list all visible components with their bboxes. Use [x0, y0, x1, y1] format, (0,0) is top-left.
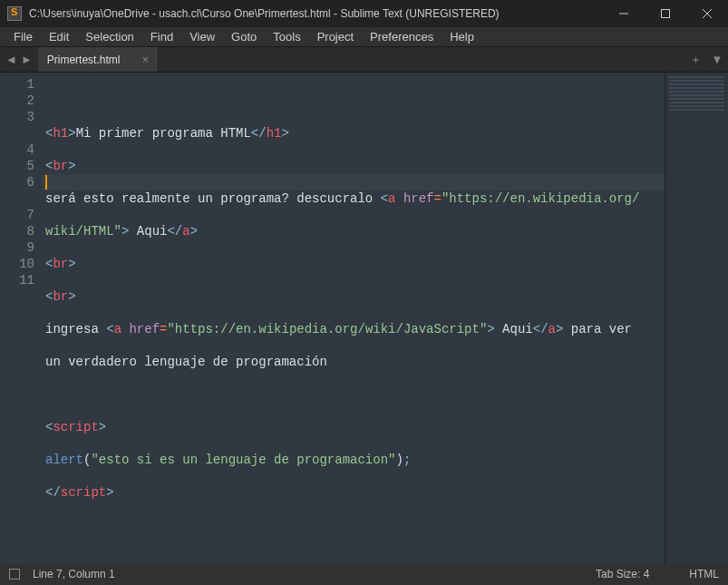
nav-back-icon[interactable]: ◄: [5, 53, 17, 66]
window-title: C:\Users\inuya\OneDrive - usach.cl\Curso…: [29, 7, 603, 20]
maximize-icon: [661, 9, 670, 18]
status-syntax[interactable]: HTML: [689, 568, 719, 580]
tab-bar: ◄ ► Primertest.html × ＋ ▼: [0, 47, 728, 73]
maximize-button[interactable]: [645, 0, 686, 27]
tab-label: Primertest.html: [47, 54, 121, 66]
sidebar-toggle-icon[interactable]: [9, 569, 20, 580]
gutter-line: 2: [0, 93, 34, 109]
minimap-content: [669, 76, 724, 112]
text-cursor: [45, 175, 47, 190]
new-tab-button[interactable]: ＋: [684, 47, 706, 72]
gutter-line: 11: [0, 272, 34, 288]
menu-selection[interactable]: Selection: [77, 28, 141, 45]
menu-file[interactable]: File: [5, 28, 41, 45]
code-editor[interactable]: <h1>Mi primer programa HTML</h1> <br> se…: [42, 73, 665, 563]
menu-view[interactable]: View: [181, 28, 223, 45]
gutter-line: 7: [0, 207, 34, 223]
editor-area: 1 2 3 4 5 6 7 8 9 10 11 <h1>Mi primer pr…: [0, 73, 728, 563]
status-cursor-position[interactable]: Line 7, Column 1: [33, 568, 115, 580]
minimize-icon: [619, 9, 628, 18]
gutter-line: [0, 125, 34, 141]
window-titlebar: C:\Users\inuya\OneDrive - usach.cl\Curso…: [0, 0, 728, 27]
nav-forward-icon[interactable]: ►: [21, 53, 33, 66]
menu-bar: File Edit Selection Find View Goto Tools…: [0, 27, 728, 47]
gutter-line: 1: [0, 76, 34, 93]
tab-dropdown-button[interactable]: ▼: [706, 47, 728, 72]
tab-spacer: [159, 47, 684, 72]
tab-close-icon[interactable]: ×: [141, 53, 149, 66]
menu-edit[interactable]: Edit: [41, 28, 77, 45]
gutter-line: 4: [0, 141, 34, 158]
gutter-line: 6: [0, 174, 34, 190]
app-icon: [7, 6, 22, 21]
line-gutter: 1 2 3 4 5 6 7 8 9 10 11: [0, 73, 42, 563]
menu-find[interactable]: Find: [142, 28, 181, 45]
status-bar: Line 7, Column 1 Tab Size: 4 HTML: [0, 563, 728, 585]
gutter-line: [0, 190, 34, 207]
menu-help[interactable]: Help: [442, 28, 482, 45]
gutter-line: 5: [0, 158, 34, 174]
close-icon: [703, 9, 712, 18]
menu-project[interactable]: Project: [309, 28, 362, 45]
tab-history-nav: ◄ ►: [0, 47, 38, 72]
gutter-line: 9: [0, 239, 34, 256]
close-button[interactable]: [686, 0, 728, 27]
gutter-line: 3: [0, 109, 34, 125]
svg-rect-1: [662, 10, 670, 18]
status-tab-size[interactable]: Tab Size: 4: [596, 568, 649, 580]
gutter-line: 8: [0, 223, 34, 239]
menu-tools[interactable]: Tools: [265, 28, 308, 45]
gutter-line: 10: [0, 256, 34, 272]
menu-preferences[interactable]: Preferences: [362, 28, 442, 45]
minimize-button[interactable]: [603, 0, 645, 27]
file-tab[interactable]: Primertest.html ×: [38, 47, 159, 72]
active-line-highlight: [42, 174, 665, 190]
menu-goto[interactable]: Goto: [223, 28, 265, 45]
window-controls: [603, 0, 728, 27]
minimap[interactable]: [665, 73, 728, 563]
